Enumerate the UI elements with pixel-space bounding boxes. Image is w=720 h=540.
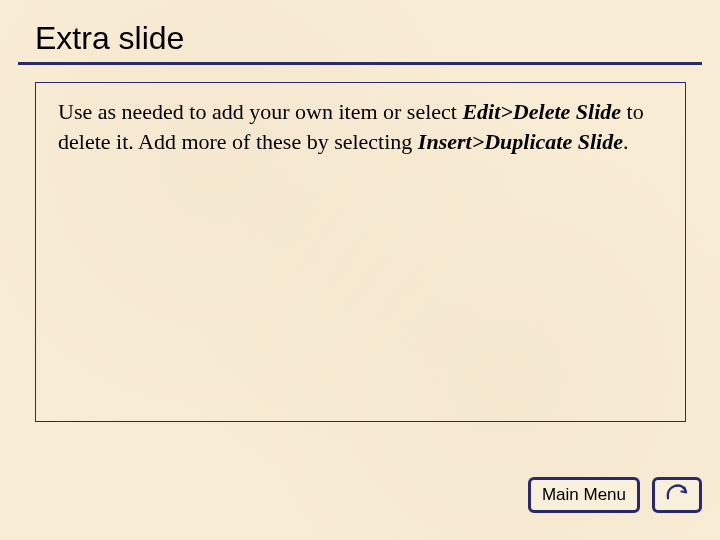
main-menu-button[interactable]: Main Menu	[528, 477, 640, 513]
body-emphasis-1: Edit>Delete Slide	[462, 99, 621, 124]
return-button[interactable]	[652, 477, 702, 513]
main-menu-label: Main Menu	[542, 485, 626, 505]
content-box: Use as needed to add your own item or se…	[35, 82, 686, 422]
body-emphasis-2: Insert>Duplicate Slide	[418, 129, 623, 154]
return-arrow-icon	[662, 481, 692, 509]
body-text-1: Use as needed to add your own item or se…	[58, 99, 462, 124]
title-underline	[18, 62, 702, 65]
body-text-3: .	[623, 129, 629, 154]
slide-title: Extra slide	[35, 20, 184, 57]
